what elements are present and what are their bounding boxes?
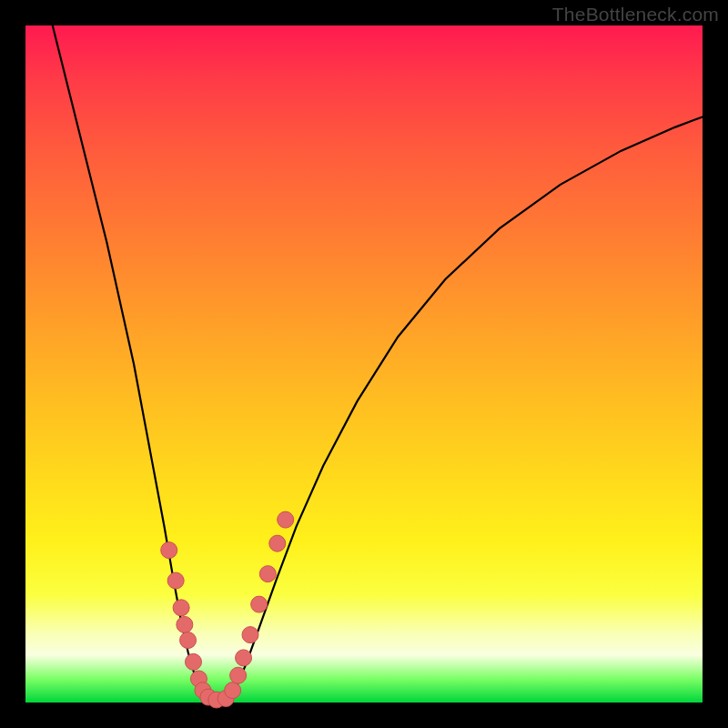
curve-svg	[25, 25, 703, 703]
data-marker	[259, 566, 276, 582]
data-marker	[236, 650, 252, 666]
marker-group	[161, 511, 294, 708]
data-marker	[225, 682, 241, 699]
data-marker	[251, 596, 268, 612]
data-marker	[167, 572, 184, 589]
data-marker	[173, 600, 189, 616]
data-marker	[177, 616, 193, 632]
data-marker	[278, 511, 294, 528]
curve-left-branch	[53, 25, 205, 700]
data-marker	[186, 653, 202, 670]
data-marker	[269, 535, 286, 551]
data-marker	[242, 627, 258, 643]
chart-frame: TheBottleneck.com	[0, 0, 728, 728]
watermark-text: TheBottleneck.com	[552, 4, 719, 25]
plot-area	[25, 25, 703, 703]
curve-right-branch	[228, 116, 703, 700]
data-marker	[180, 632, 197, 649]
data-marker	[161, 542, 177, 559]
data-marker	[230, 667, 247, 683]
